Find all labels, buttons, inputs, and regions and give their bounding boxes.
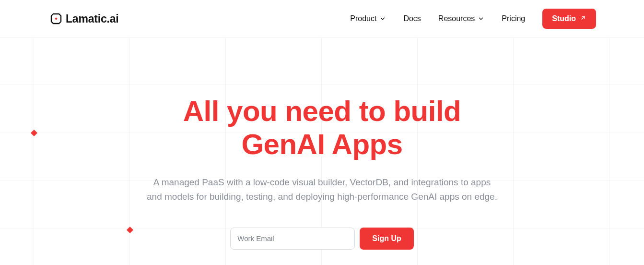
- chevron-down-icon: [478, 15, 484, 22]
- nav-item-label: Product: [350, 14, 376, 23]
- brand-logo[interactable]: Lamatic.ai: [50, 12, 119, 25]
- chevron-down-icon: [379, 15, 386, 22]
- hero-title-line: GenAI Apps: [241, 128, 402, 160]
- svg-rect-0: [55, 17, 58, 20]
- signup-button-label: Sign Up: [372, 234, 401, 242]
- signup-form: Sign Up: [230, 228, 413, 250]
- navbar: Lamatic.ai Product Docs Resources Pricin…: [0, 0, 644, 38]
- nav-resources[interactable]: Resources: [438, 14, 484, 23]
- nav-product[interactable]: Product: [350, 14, 386, 23]
- hero-section: All you need to build GenAI Apps A manag…: [0, 38, 644, 250]
- primary-nav: Product Docs Resources Pricing Studio: [350, 9, 596, 29]
- nav-item-label: Resources: [438, 14, 475, 23]
- studio-button-label: Studio: [552, 14, 576, 23]
- arrow-up-right-icon: [580, 14, 586, 23]
- nav-item-label: Docs: [403, 14, 421, 23]
- hero-subtitle: A managed PaaS with a low-code visual bu…: [145, 175, 500, 205]
- hero-title-line: All you need to build: [183, 95, 461, 127]
- brand-logo-icon: [50, 13, 62, 24]
- signup-button[interactable]: Sign Up: [360, 228, 413, 250]
- work-email-input[interactable]: [230, 228, 355, 250]
- studio-button[interactable]: Studio: [542, 9, 596, 29]
- nav-pricing[interactable]: Pricing: [502, 14, 525, 23]
- hero-title: All you need to build GenAI Apps: [0, 95, 644, 161]
- nav-docs[interactable]: Docs: [403, 14, 421, 23]
- nav-item-label: Pricing: [502, 14, 525, 23]
- brand-name: Lamatic.ai: [66, 12, 119, 25]
